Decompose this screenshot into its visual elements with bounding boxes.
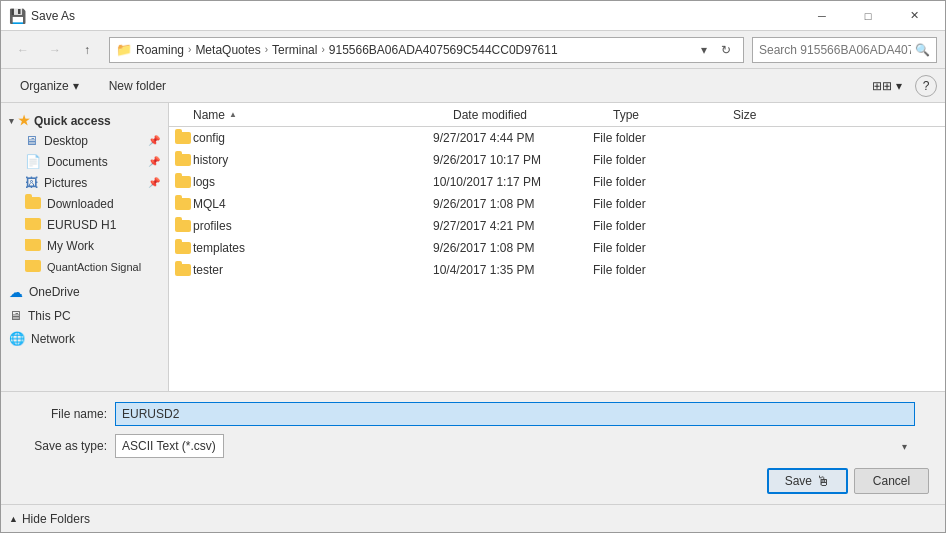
minimize-button[interactable]: ─ xyxy=(799,1,845,31)
network-icon: 🌐 xyxy=(9,331,25,346)
col-header-size[interactable]: Size xyxy=(729,103,809,127)
file-name-logs: logs xyxy=(193,175,433,189)
col-header-date[interactable]: Date modified xyxy=(449,103,609,127)
tester-folder-icon xyxy=(173,264,193,276)
back-icon: ← xyxy=(17,43,29,57)
sidebar-item-desktop[interactable]: 🖥 Desktop 📌 xyxy=(1,130,168,151)
sidebar-pictures-label: Pictures xyxy=(44,176,87,190)
window-icon: 💾 xyxy=(9,8,25,24)
help-button[interactable]: ? xyxy=(915,75,937,97)
search-input[interactable] xyxy=(759,43,911,57)
navigation-toolbar: ← → ↑ 📁 Roaming › MetaQuotes › Terminal … xyxy=(1,31,945,69)
savetype-select[interactable]: ASCII Text (*.csv) xyxy=(115,434,224,458)
col-header-name[interactable]: Name ▲ xyxy=(189,103,449,127)
file-name-templates: templates xyxy=(193,241,433,255)
new-folder-button[interactable]: New folder xyxy=(98,73,177,99)
filename-row: File name: xyxy=(17,402,929,426)
file-type-logs: File folder xyxy=(593,175,713,189)
sidebar-item-downloaded[interactable]: Downloaded xyxy=(1,193,168,214)
breadcrumb-arrow-1: › xyxy=(188,44,191,55)
file-row-templates[interactable]: templates 9/26/2017 1:08 PM File folder xyxy=(169,237,945,259)
breadcrumb-guid[interactable]: 915566BA06ADA407569C544CC0D97611 xyxy=(329,43,558,57)
address-dropdown-button[interactable]: ▾ xyxy=(693,39,715,61)
pictures-icon: 🖼 xyxy=(25,175,38,190)
file-date-history: 9/26/2017 10:17 PM xyxy=(433,153,593,167)
filename-label: File name: xyxy=(17,407,107,421)
sidebar-item-documents[interactable]: 📄 Documents 📌 xyxy=(1,151,168,172)
breadcrumb-roaming[interactable]: Roaming xyxy=(136,43,184,57)
dialog-buttons: Save 🖱 Cancel xyxy=(17,468,929,494)
organize-button[interactable]: Organize ▾ xyxy=(9,73,90,99)
file-list: Name ▲ Date modified Type Size xyxy=(169,103,945,391)
col-header-type[interactable]: Type xyxy=(609,103,729,127)
status-bar: ▲ Hide Folders xyxy=(1,504,945,532)
sidebar-item-onedrive[interactable]: ☁ OneDrive xyxy=(1,281,168,303)
desktop-pin-icon: 📌 xyxy=(148,135,160,146)
file-row-logs[interactable]: logs 10/10/2017 1:17 PM File folder xyxy=(169,171,945,193)
sidebar-item-quantaction[interactable]: QuantAction Signal xyxy=(1,256,168,277)
file-date-mql4: 9/26/2017 1:08 PM xyxy=(433,197,593,211)
filename-input[interactable] xyxy=(115,402,915,426)
back-button[interactable]: ← xyxy=(9,37,37,63)
quick-access-label: Quick access xyxy=(34,114,111,128)
command-toolbar: Organize ▾ New folder ⊞⊞ ▾ ? xyxy=(1,69,945,103)
col-type-label: Type xyxy=(613,108,639,122)
savetype-select-wrapper: ASCII Text (*.csv) xyxy=(115,434,915,458)
file-type-mql4: File folder xyxy=(593,197,713,211)
sidebar-item-network[interactable]: 🌐 Network xyxy=(1,328,168,349)
close-button[interactable]: ✕ xyxy=(891,1,937,31)
view-controls: ⊞⊞ ▾ ? xyxy=(861,73,937,99)
file-name-config: config xyxy=(193,131,433,145)
history-folder-icon xyxy=(173,154,193,166)
up-button[interactable]: ↑ xyxy=(73,37,101,63)
window-controls: ─ □ ✕ xyxy=(799,1,937,31)
file-date-templates: 9/26/2017 1:08 PM xyxy=(433,241,593,255)
sidebar-item-thispc[interactable]: 🖥 This PC xyxy=(1,305,168,326)
mywork-folder-icon xyxy=(25,238,41,253)
cancel-button[interactable]: Cancel xyxy=(854,468,929,494)
save-button[interactable]: Save 🖱 xyxy=(767,468,848,494)
file-date-logs: 10/10/2017 1:17 PM xyxy=(433,175,593,189)
cancel-label: Cancel xyxy=(873,474,910,488)
main-content: ▾ ★ Quick access 🖥 Desktop 📌 📄 Documents… xyxy=(1,103,945,391)
quick-access-arrow-icon: ▾ xyxy=(9,116,14,126)
address-bar[interactable]: 📁 Roaming › MetaQuotes › Terminal › 9155… xyxy=(109,37,744,63)
sidebar-item-pictures[interactable]: 🖼 Pictures 📌 xyxy=(1,172,168,193)
file-list-header: Name ▲ Date modified Type Size xyxy=(169,103,945,127)
bottom-panel: File name: Save as type: ASCII Text (*.c… xyxy=(1,391,945,504)
save-as-dialog: 💾 Save As ─ □ ✕ ← → ↑ 📁 Roaming › MetaQu… xyxy=(0,0,946,533)
file-date-config: 9/27/2017 4:44 PM xyxy=(433,131,593,145)
maximize-button[interactable]: □ xyxy=(845,1,891,31)
search-icon: 🔍 xyxy=(915,43,930,57)
save-label: Save xyxy=(785,474,812,488)
col-name-label: Name xyxy=(193,108,225,122)
sidebar-item-mywork[interactable]: My Work xyxy=(1,235,168,256)
title-bar: 💾 Save As ─ □ ✕ xyxy=(1,1,945,31)
view-icon: ⊞⊞ xyxy=(872,79,892,93)
breadcrumb-terminal[interactable]: Terminal xyxy=(272,43,317,57)
hide-folders-toggle[interactable]: ▲ Hide Folders xyxy=(9,512,90,526)
breadcrumb-arrow-2: › xyxy=(265,44,268,55)
address-folder-icon: 📁 xyxy=(116,42,132,57)
file-type-profiles: File folder xyxy=(593,219,713,233)
savetype-row: Save as type: ASCII Text (*.csv) xyxy=(17,434,929,458)
file-row-history[interactable]: history 9/26/2017 10:17 PM File folder xyxy=(169,149,945,171)
hide-folders-arrow-icon: ▲ xyxy=(9,514,18,524)
new-folder-label: New folder xyxy=(109,79,166,93)
quantaction-folder-icon xyxy=(25,259,41,274)
file-row-config[interactable]: config 9/27/2017 4:44 PM File folder xyxy=(169,127,945,149)
search-bar[interactable]: 🔍 xyxy=(752,37,937,63)
sidebar-item-eurusd[interactable]: EURUSD H1 xyxy=(1,214,168,235)
refresh-button[interactable]: ↻ xyxy=(715,39,737,61)
sidebar-documents-label: Documents xyxy=(47,155,108,169)
file-row-mql4[interactable]: MQL4 9/26/2017 1:08 PM File folder xyxy=(169,193,945,215)
organize-label: Organize xyxy=(20,79,69,93)
file-row-profiles[interactable]: profiles 9/27/2017 4:21 PM File folder xyxy=(169,215,945,237)
view-button[interactable]: ⊞⊞ ▾ xyxy=(861,73,913,99)
breadcrumb-metaquotes[interactable]: MetaQuotes xyxy=(195,43,260,57)
file-row-tester[interactable]: tester 10/4/2017 1:35 PM File folder xyxy=(169,259,945,281)
forward-button[interactable]: → xyxy=(41,37,69,63)
col-name-sort-icon: ▲ xyxy=(229,110,237,119)
quick-access-header[interactable]: ▾ ★ Quick access xyxy=(1,107,168,130)
thispc-icon: 🖥 xyxy=(9,308,22,323)
